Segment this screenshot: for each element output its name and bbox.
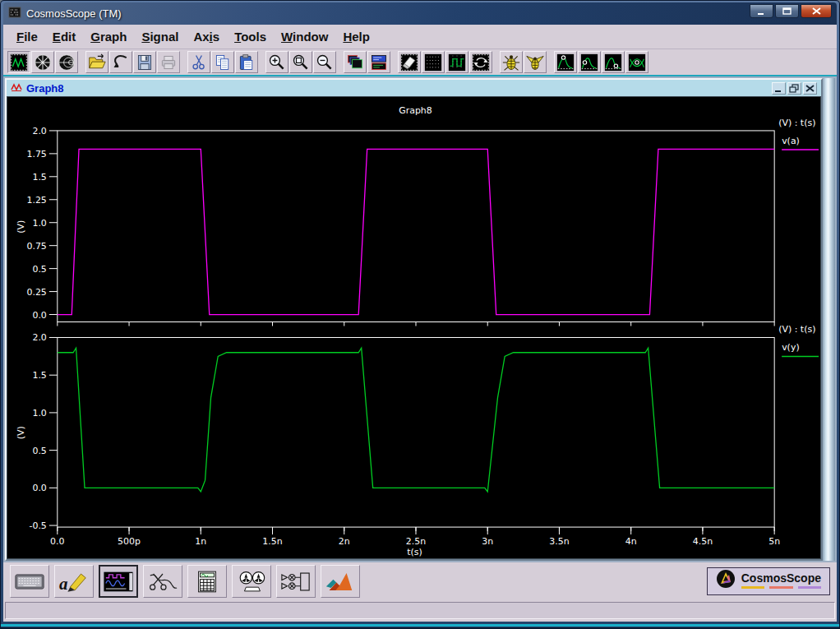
toolbar-separator [259, 51, 265, 73]
reload-button[interactable] [109, 51, 132, 73]
brand-underline [769, 586, 792, 589]
print-button[interactable] [157, 51, 180, 73]
svg-text:a: a [59, 574, 67, 593]
svg-text:-0.5: -0.5 [29, 520, 46, 531]
copy-button[interactable] [211, 51, 234, 73]
graph-client-area: Graph82.01.751.51.251.00.750.50.250.0(V)… [7, 96, 821, 559]
polar-plot-button[interactable] [31, 51, 54, 73]
svg-text:3.5n: 3.5n [549, 536, 569, 547]
bug-wings-button[interactable] [524, 51, 547, 73]
svg-text:2.0: 2.0 [32, 126, 46, 136]
svg-text:1.25: 1.25 [26, 195, 46, 206]
redraw-button[interactable] [469, 51, 492, 73]
svg-text:2n: 2n [339, 536, 350, 547]
cosmosscope-logo: CosmosScope [707, 567, 830, 595]
minimize-button[interactable] [750, 4, 773, 18]
cut-icon [190, 53, 208, 72]
menu-file[interactable]: File [9, 27, 45, 46]
trace-grid-icon [448, 53, 466, 72]
y-axis-label: (V) [16, 220, 26, 234]
calculator-button[interactable] [187, 565, 227, 598]
erase-button[interactable] [398, 51, 421, 73]
cascade-windows-button[interactable] [344, 51, 367, 73]
svg-text:0.5: 0.5 [32, 446, 46, 456]
window-controls [750, 2, 832, 18]
measure-rise-button[interactable] [578, 51, 601, 73]
matlab-icon [325, 571, 356, 593]
signal-trim-button[interactable] [143, 565, 182, 598]
graph-region-button[interactable] [7, 51, 30, 73]
svg-text:5n: 5n [768, 536, 780, 547]
graph-restore-button[interactable] [787, 82, 801, 95]
graph-plot-area[interactable]: Graph82.01.751.51.251.00.750.50.250.0(V)… [7, 97, 820, 558]
status-text [5, 602, 835, 619]
waveform-viewer-button[interactable] [99, 565, 138, 598]
paste-button[interactable] [235, 51, 258, 73]
window-title: CosmosScope (TM) [26, 7, 122, 20]
annotate-icon: a [58, 571, 90, 593]
tile-windows-button[interactable] [367, 51, 390, 73]
signal-flow-button[interactable] [276, 565, 316, 598]
graph-window-icon [11, 81, 22, 95]
mdi-area: Graph8 Graph82.01.751.51.251.00.750.50.2… [3, 76, 837, 562]
signal-trim-icon [147, 571, 178, 593]
bug-add-icon [502, 53, 520, 72]
measure-cross-button[interactable] [625, 51, 648, 73]
save-button[interactable] [133, 51, 156, 73]
smith-chart-button[interactable] [55, 51, 78, 73]
trace-grid-button[interactable] [445, 51, 468, 73]
zoom-in-button[interactable] [265, 51, 288, 73]
graph-close-button[interactable] [803, 82, 817, 95]
menu-help[interactable]: Help [335, 27, 377, 46]
legend-signal-label: v(y) [782, 342, 800, 353]
zoom-box-button[interactable] [289, 51, 312, 73]
titlebar[interactable]: CosmosScope (TM) [3, 2, 837, 25]
x-axis-label: t(s) [407, 547, 422, 557]
measure-base-button[interactable] [602, 51, 625, 73]
graph-window-titlebar[interactable]: Graph8 [7, 80, 821, 96]
menu-edit[interactable]: Edit [45, 27, 83, 46]
svg-text:1.0: 1.0 [32, 408, 46, 419]
copy-icon [214, 53, 232, 72]
annotate-button[interactable]: a [54, 565, 94, 598]
mdi-scrollbar[interactable] [823, 78, 835, 561]
bug-wings-icon [526, 53, 544, 72]
keyboard-button[interactable] [10, 565, 49, 598]
axis-pair-label: (V) : t(s) [778, 324, 815, 335]
measure-peak-button[interactable] [554, 51, 577, 73]
y-axis-label: (V) [16, 426, 26, 439]
toolbar-separator [391, 51, 397, 73]
bug-add-button[interactable] [500, 51, 523, 73]
menu-tools[interactable]: Tools [227, 27, 274, 46]
svg-text:1.75: 1.75 [26, 149, 46, 160]
bottom-toolbar: a CosmosScope [3, 562, 837, 600]
maximize-button[interactable] [775, 4, 799, 18]
svg-text:0.5: 0.5 [32, 264, 46, 275]
matlab-button[interactable] [321, 565, 360, 598]
menu-axis[interactable]: Axis [186, 27, 227, 46]
brand-underline [741, 586, 764, 589]
svg-text:1.5: 1.5 [32, 172, 46, 183]
menu-window[interactable]: Window [274, 27, 335, 46]
close-button[interactable] [801, 4, 832, 18]
cosmosscope-logo-icon [716, 569, 736, 592]
tape-deck-button[interactable] [232, 565, 271, 598]
menu-graph[interactable]: Graph [83, 27, 134, 46]
reload-icon [112, 53, 130, 72]
cut-button[interactable] [187, 51, 210, 73]
graph-window: Graph8 Graph82.01.751.51.251.00.750.50.2… [5, 78, 823, 561]
frame-accent [1, 624, 839, 627]
graph-minimize-button[interactable] [772, 82, 786, 95]
svg-text:1.5n: 1.5n [262, 536, 282, 547]
measure-cross-icon [628, 53, 646, 72]
toolbar-separator [547, 51, 553, 73]
grid-button[interactable] [422, 51, 445, 73]
redraw-icon [472, 53, 490, 72]
signal-flow-icon [280, 571, 312, 593]
zoom-out-button[interactable] [313, 51, 336, 73]
menu-signal[interactable]: Signal [134, 27, 186, 46]
waveform-viewer-icon [103, 571, 134, 593]
keyboard-icon [14, 571, 45, 593]
legend-signal-label: v(a) [782, 136, 800, 146]
open-folder-button[interactable] [85, 51, 108, 73]
